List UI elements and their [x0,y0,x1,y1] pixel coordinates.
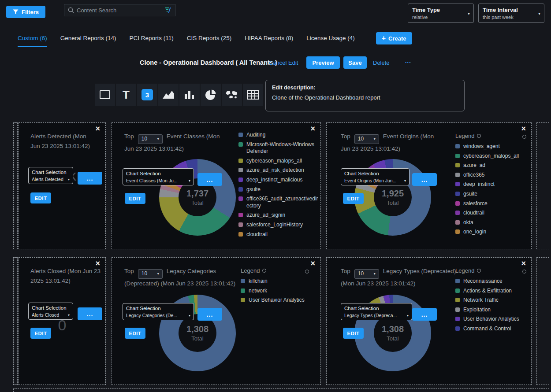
tab-custom[interactable]: Custom (6) [18,35,47,47]
legend-item[interactable]: Microsoft-Windows-Windows Defender [238,141,320,155]
chart-selection-dropdown[interactable]: Chart Selection Alerts Closed▾ [28,303,73,320]
tab-cis-reports[interactable]: CIS Reports (25) [187,35,231,46]
pie-chart-widget-button[interactable] [201,84,221,106]
widget-more-button[interactable]: ... [412,308,437,321]
legend-label: cloudtrail [463,210,484,217]
close-icon[interactable]: × [310,259,315,267]
legend-label: okta [463,219,473,226]
top-n-value: 10 [141,270,147,278]
close-icon[interactable]: × [310,125,315,133]
tab-hipaa-reports[interactable]: HIPAA Reports (8) [245,35,293,46]
chart-selection-dropdown[interactable]: Chart Selection Legacy Types (Depreca...… [341,303,412,320]
chart-selection-dropdown[interactable]: Chart Selection Event Origins (Mon Jun..… [341,168,410,185]
close-icon[interactable]: × [95,125,100,133]
widget-more-button[interactable]: ... [412,173,437,186]
widget-edit-button[interactable]: EDIT [343,328,364,339]
legend-item[interactable]: killchain [241,278,307,285]
legend-item[interactable]: Auditing [238,132,320,139]
delete-link[interactable]: Delete [373,59,390,66]
legend-item[interactable]: azure_ad [455,162,530,169]
legend-label: Exploitation [463,307,491,314]
legend-item[interactable]: User Behavior Analytics [241,297,307,304]
line-chart-widget-button[interactable] [158,84,179,106]
chart-selection-dropdown[interactable]: Chart Selection Alerts Detected▾ [28,167,73,184]
top-n-select[interactable]: 10▾ [354,134,379,144]
legend-item[interactable]: office365_audit_azureactivedirectory [238,196,320,209]
bar-chart-widget-button[interactable] [179,84,200,106]
refresh-circle-icon[interactable] [305,270,309,274]
tab-license-usage[interactable]: License Usage (4) [306,35,355,46]
legend-item[interactable]: deep_instinct [455,181,530,188]
legend-item[interactable]: deep_instinct_malicious [238,177,320,184]
legend-item[interactable]: gsuite [238,186,320,193]
legend-item[interactable]: salesforce [455,200,530,207]
text-widget-button[interactable]: T [116,84,136,106]
legend-item[interactable]: azure_ad_signin [238,212,320,219]
legend-item[interactable]: Command & Control [455,325,532,333]
close-icon[interactable]: × [521,125,526,133]
legend-marker [455,307,460,312]
number-widget-button[interactable]: 3 [137,84,157,106]
tab-pci-reports[interactable]: PCI Reports (11) [130,35,174,46]
chevron-down-icon: ▾ [157,136,159,142]
preview-button[interactable]: Preview [306,56,340,69]
legend-item[interactable]: gsuite [455,191,530,198]
widget-more-button[interactable]: ... [78,172,102,185]
chart-selection-value: Legacy Types (Depreca... [344,313,397,318]
legend-item[interactable]: azure_ad_risk_detection [238,167,320,174]
legend-item[interactable]: network [241,288,307,295]
edit-description-box[interactable]: Edit description: Clone of the Operation… [265,80,465,111]
legend-item[interactable]: windows_agent [455,143,530,150]
time-type-select[interactable]: Time Type relative ▾ [408,4,474,23]
legend-item[interactable]: one_login [455,229,530,236]
legend-item[interactable]: Network Traffic [455,297,532,304]
widget-edit-button[interactable]: EDIT [343,193,364,204]
tab-general-reports[interactable]: General Reports (14) [60,35,116,46]
filters-button[interactable]: Filters [6,6,45,18]
legend-item[interactable]: cybereason_malops_all [238,158,320,165]
widget-more-button[interactable]: ... [197,173,222,186]
legend-item[interactable]: Reconnaissance [455,278,532,285]
save-button[interactable]: Save [343,56,367,69]
widget-edit-button[interactable]: EDIT [125,328,145,339]
table-widget-button[interactable] [243,84,263,106]
create-button[interactable]: + Create [376,32,412,44]
filter-sort-icon[interactable] [164,7,171,13]
chart-legend: Legend killchainnetworkUser Behavior Ana… [241,267,307,307]
refresh-circle-icon[interactable] [522,270,526,274]
legend-item[interactable]: Exploitation [455,307,532,314]
widget-more-button[interactable]: ... [197,308,222,321]
more-actions-link[interactable]: ... [405,58,411,64]
time-interval-select[interactable]: Time Interval this past week ▾ [478,4,544,23]
chart-selection-dropdown[interactable]: Chart Selection Legacy Categories (De...… [123,303,194,320]
legend-item[interactable]: office365 [455,172,530,179]
close-icon[interactable]: × [521,259,526,267]
top-n-select[interactable]: 10▾ [138,134,163,144]
legend-item[interactable]: Actions & Exfiltration [455,288,532,295]
legend-item[interactable]: okta [455,219,530,226]
legend-item[interactable]: User Behavior Analytics [455,316,532,323]
legend-item[interactable]: cloudtrail [238,231,320,238]
legend-item[interactable]: cloudtrail [455,210,530,217]
edit-description-text[interactable]: Clone of the Operational Dashboard repor… [272,94,458,101]
number-icon: 3 [141,89,153,100]
map-widget-button[interactable] [222,84,242,106]
legend-item[interactable]: salesforce_LoginHistory [238,222,320,229]
top-n-select[interactable]: 10▾ [354,269,379,279]
legend-item[interactable]: cybereason_malops_all [455,153,530,160]
widget-edit-button[interactable]: EDIT [30,328,51,339]
widget-edit-button[interactable]: EDIT [30,192,51,203]
rectangle-widget-button[interactable] [95,84,115,106]
chart-selection-label: Chart Selection [344,306,409,311]
chart-legend: Legend ReconnaissanceActions & Exfiltrat… [455,267,532,335]
top-n-select[interactable]: 10▾ [138,269,163,279]
widget-toolbar: T 3 [95,84,263,106]
close-icon[interactable]: × [95,259,100,267]
search-input[interactable] [77,7,162,14]
chart-legend: Legend windows_agentcybereason_malops_al… [455,133,530,238]
chart-selection-dropdown[interactable]: Chart Selection Event Classes (Mon Ju...… [123,168,194,185]
widget-edit-button[interactable]: EDIT [125,193,145,204]
widget-more-button[interactable]: ... [78,307,102,320]
refresh-circle-icon[interactable] [522,135,526,139]
cancel-edit-link[interactable]: Cancel Edit [269,59,298,66]
